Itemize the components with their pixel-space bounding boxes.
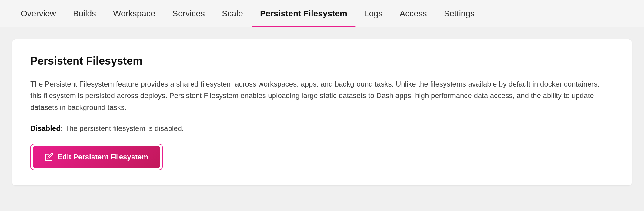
edit-persistent-filesystem-button[interactable]: Edit Persistent Filesystem <box>33 146 160 168</box>
edit-icon <box>45 153 53 161</box>
nav-item-workspace[interactable]: Workspace <box>105 0 164 27</box>
nav-item-services[interactable]: Services <box>164 0 213 27</box>
nav-item-persistent-filesystem[interactable]: Persistent Filesystem <box>252 0 356 27</box>
nav-item-overview[interactable]: Overview <box>12 0 65 27</box>
content-area: Persistent Filesystem The Persistent Fil… <box>0 27 644 198</box>
edit-button-label: Edit Persistent Filesystem <box>58 153 148 161</box>
navigation-bar: OverviewBuildsWorkspaceServicesScalePers… <box>0 0 644 27</box>
nav-item-builds[interactable]: Builds <box>65 0 105 27</box>
card-description: The Persistent Filesystem feature provid… <box>30 78 606 113</box>
persistent-filesystem-card: Persistent Filesystem The Persistent Fil… <box>12 39 632 185</box>
nav-item-logs[interactable]: Logs <box>356 0 391 27</box>
nav-item-scale[interactable]: Scale <box>213 0 252 27</box>
card-title: Persistent Filesystem <box>30 55 614 67</box>
edit-button-wrapper: Edit Persistent Filesystem <box>30 144 163 170</box>
status-text: The persistent filesystem is disabled. <box>63 124 184 132</box>
status-label: Disabled: <box>30 124 63 132</box>
nav-item-access[interactable]: Access <box>391 0 435 27</box>
nav-item-settings[interactable]: Settings <box>435 0 483 27</box>
status-line: Disabled: The persistent filesystem is d… <box>30 124 614 133</box>
